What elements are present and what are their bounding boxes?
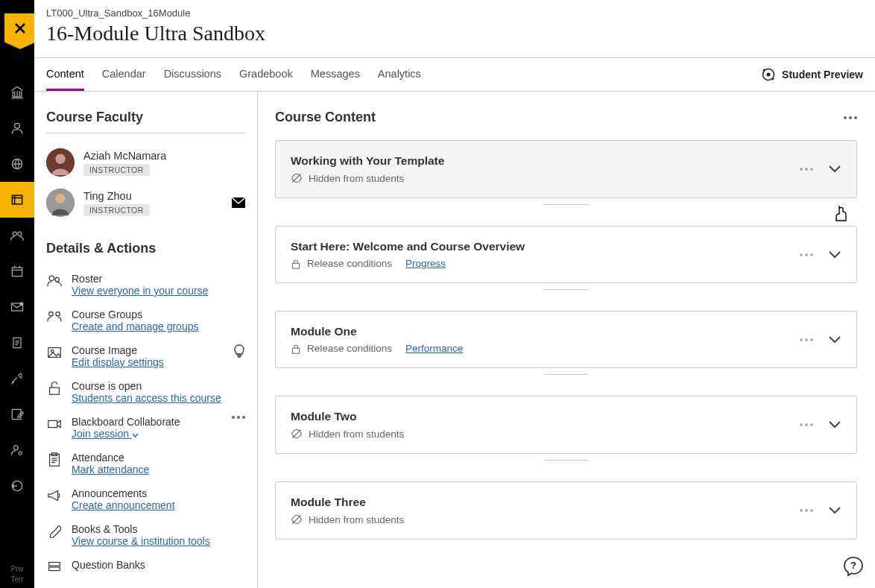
content-divider <box>544 204 589 205</box>
calendar-icon <box>10 264 25 279</box>
mail-icon[interactable] <box>232 197 245 208</box>
footer-privacy[interactable]: Priv <box>10 564 23 575</box>
content-item-release: Release conditions <box>307 343 392 354</box>
content-item-module-three[interactable]: Module Three Hidden from students <box>275 481 857 540</box>
details-qbanks: Question Banks <box>46 553 245 581</box>
content-item-start[interactable]: Start Here: Welcome and Course Overview … <box>275 226 857 283</box>
rail-grades[interactable] <box>0 325 34 361</box>
lightbulb-icon[interactable] <box>233 344 245 361</box>
rail-assist[interactable] <box>0 396 34 432</box>
tab-gradebook[interactable]: Gradebook <box>239 59 293 90</box>
hidden-icon <box>291 428 303 440</box>
faculty-name: Aziah McNamara <box>83 150 166 162</box>
footer-terms[interactable]: Terr <box>10 575 23 585</box>
lock-icon <box>291 259 301 269</box>
roster-link[interactable]: View everyone in your course <box>72 285 208 297</box>
details-roster: Roster View everyone in your course <box>46 267 245 303</box>
content-item-subtitle: Hidden from students <box>309 429 404 440</box>
open-label: Course is open <box>72 380 221 392</box>
avatar-icon <box>46 148 75 177</box>
rail-tools[interactable] <box>0 361 34 396</box>
announce-link[interactable]: Create announcement <box>72 499 175 511</box>
content-item-more-button[interactable] <box>800 509 813 512</box>
tab-messages[interactable]: Messages <box>311 59 360 90</box>
faculty-item-0[interactable]: Aziah McNamara INSTRUCTOR <box>46 142 245 183</box>
content-item-more-button[interactable] <box>800 423 813 426</box>
attendance-link[interactable]: Mark attendance <box>72 464 149 475</box>
student-preview-button[interactable]: Student Preview <box>761 58 863 91</box>
rail-courses[interactable] <box>0 182 34 218</box>
hidden-icon <box>291 513 303 525</box>
faculty-item-1[interactable]: Ting Zhou INSTRUCTOR <box>46 183 245 223</box>
chevron-down-icon[interactable] <box>828 165 841 174</box>
faculty-name: Ting Zhou <box>83 190 150 202</box>
svg-rect-31 <box>49 567 60 571</box>
details-section-title: Details & Actions <box>46 241 245 256</box>
groups-label: Course Groups <box>72 309 198 320</box>
faculty-role-badge: INSTRUCTOR <box>83 204 150 216</box>
open-link[interactable]: Students can access this course <box>72 392 221 404</box>
tab-analytics[interactable]: Analytics <box>378 59 421 90</box>
collab-link[interactable]: Join session <box>72 428 139 440</box>
chevron-down-icon[interactable] <box>828 335 841 344</box>
svg-rect-33 <box>292 348 299 353</box>
image-link[interactable]: Edit display settings <box>72 356 164 368</box>
content-item-progress-link[interactable]: Progress <box>405 258 446 269</box>
content-title: Course Content <box>275 110 376 125</box>
course-tabs: Content Calendar Discussions Gradebook M… <box>46 59 421 90</box>
collab-more-button[interactable] <box>232 416 245 419</box>
content-item-more-button[interactable] <box>800 253 813 256</box>
person-gear-icon <box>10 443 25 458</box>
rail-footer: Priv Terr <box>9 561 25 588</box>
books-link[interactable]: View course & institution tools <box>72 535 210 547</box>
globe-icon <box>10 157 25 171</box>
course-body: Course Faculty Aziah McNamara INSTRUCTOR… <box>34 92 875 588</box>
rail-admin[interactable] <box>0 432 34 468</box>
course-header: LT000_Ultra_Sandbox_16Module 16-Module U… <box>34 0 875 58</box>
content-item-module-one[interactable]: Module One Release conditions Performanc… <box>275 311 857 368</box>
content-item-more-button[interactable] <box>800 338 813 341</box>
content-more-button[interactable] <box>844 116 857 119</box>
faculty-role-badge: INSTRUCTOR <box>83 164 150 176</box>
svg-point-3 <box>13 232 16 235</box>
close-course-button[interactable] <box>4 13 36 49</box>
rail-institution[interactable] <box>0 75 34 110</box>
signout-icon <box>10 478 25 493</box>
chevron-down-icon[interactable] <box>828 506 841 515</box>
student-preview-label: Student Preview <box>782 69 863 80</box>
content-item-subtitle: Hidden from students <box>309 173 404 184</box>
app-root: Priv Terr LT000_Ultra_Sandbox_16Module 1… <box>0 0 875 588</box>
help-button[interactable]: ? <box>842 555 865 578</box>
tools-icon <box>10 371 25 386</box>
content-item-module-two[interactable]: Module Two Hidden from students <box>275 396 857 454</box>
content-item-title: Module Two <box>291 410 404 423</box>
wrench-icon <box>46 523 63 540</box>
content-item-template[interactable]: Working with Your Template Hidden from s… <box>275 140 857 198</box>
content-item-more-button[interactable] <box>800 168 813 171</box>
details-books: Books & Tools View course & institution … <box>46 517 245 553</box>
rail-profile[interactable] <box>0 110 34 146</box>
tab-calendar[interactable]: Calendar <box>102 59 146 90</box>
rail-activity[interactable] <box>0 146 34 182</box>
rail-organizations[interactable] <box>0 218 34 253</box>
groups-link[interactable]: Create and manage groups <box>72 320 198 332</box>
rail-signout[interactable] <box>0 468 34 504</box>
chevron-down-icon <box>132 433 139 437</box>
student-preview-icon <box>761 67 776 82</box>
svg-point-16 <box>55 154 65 164</box>
details-open: Course is open Students can access this … <box>46 374 245 410</box>
content-item-title: Module Three <box>291 496 404 509</box>
courses-icon <box>10 192 25 207</box>
tab-discussions[interactable]: Discussions <box>164 59 221 90</box>
rail-calendar[interactable] <box>0 253 34 289</box>
chevron-down-icon[interactable] <box>828 250 841 259</box>
tab-content[interactable]: Content <box>46 59 84 91</box>
rail-messages[interactable] <box>0 289 34 325</box>
qbanks-label: Question Banks <box>72 559 145 571</box>
content-item-performance-link[interactable]: Performance <box>405 343 463 354</box>
roster-icon <box>46 273 63 289</box>
svg-point-23 <box>56 312 60 317</box>
chevron-down-icon[interactable] <box>828 420 841 429</box>
svg-point-4 <box>18 232 22 235</box>
faculty-section-title: Course Faculty <box>46 110 245 133</box>
